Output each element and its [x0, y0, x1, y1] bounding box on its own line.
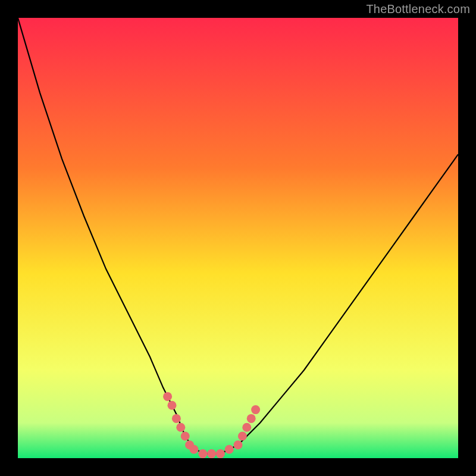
series-marker [190, 445, 199, 454]
series-marker [247, 414, 256, 423]
series-marker [198, 449, 207, 458]
series-marker [225, 445, 234, 454]
series-marker [176, 423, 185, 432]
series-marker [163, 392, 172, 401]
series-marker [238, 432, 247, 441]
series-marker [207, 449, 216, 458]
series-marker [172, 414, 181, 423]
plot-area [18, 18, 458, 458]
series-marker [168, 401, 177, 410]
series-marker [234, 440, 243, 449]
gradient-bg [18, 18, 458, 458]
chart-frame: TheBottleneck.com [0, 0, 476, 476]
series-marker [216, 449, 225, 458]
series-marker [251, 405, 260, 414]
watermark-text: TheBottleneck.com [366, 2, 470, 16]
chart-svg [18, 18, 458, 458]
series-marker [242, 423, 251, 432]
series-marker [181, 432, 190, 441]
